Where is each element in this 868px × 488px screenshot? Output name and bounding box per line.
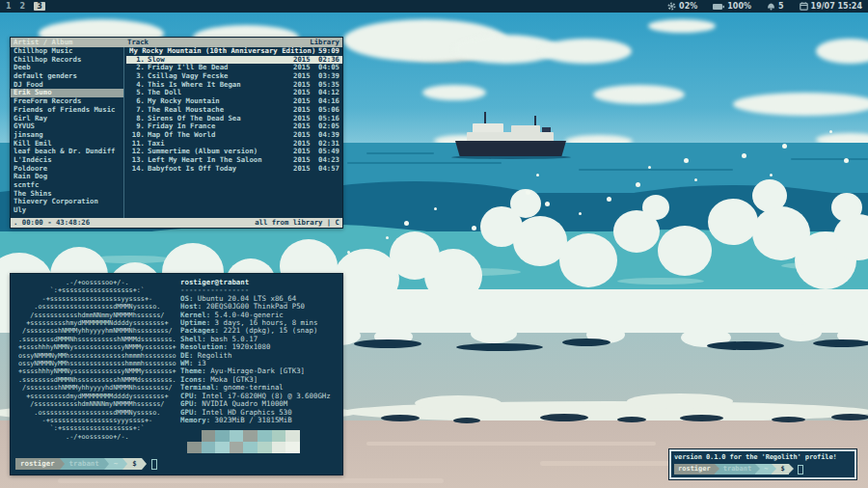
- track-list: 1.Slow201502:362.Friday I'll Be Dead2015…: [126, 56, 342, 174]
- prompt-segment: ~: [109, 458, 122, 470]
- header-track[interactable]: Track: [124, 39, 149, 47]
- terminal-cursor[interactable]: [151, 459, 157, 470]
- artist-item[interactable]: Erik Sumo: [11, 89, 123, 97]
- calendar-icon: [800, 2, 808, 11]
- mini-shell-prompt[interactable]: rostigertrabant~$: [674, 464, 803, 474]
- regolith-version-message: version 0.1.0 for the 'Regolith' profile…: [671, 451, 854, 461]
- prompt-segment: rostiger: [15, 458, 60, 470]
- wallpaper-ship: [455, 114, 566, 162]
- top-bar: 123 02% 100% 5: [0, 0, 868, 13]
- artist-item[interactable]: Friends of Friends Music: [11, 106, 123, 115]
- shell-prompt[interactable]: rostigertrabant~$: [15, 458, 157, 470]
- artist-item[interactable]: leaf beach & Dr. Dundiff: [11, 148, 123, 156]
- powerline-arrow-icon: [104, 458, 109, 470]
- workspace-1[interactable]: 1: [6, 2, 12, 11]
- player-status-bar: . 00:00 - 43:48:26 all from library | C: [11, 218, 342, 228]
- palette-swatch: [272, 430, 286, 442]
- track-pane: My Rocky Mountain (10th Anniversary Edit…: [126, 47, 342, 218]
- artist-item[interactable]: Girl Ray: [11, 115, 123, 123]
- artist-item[interactable]: Thievery Corporation: [11, 198, 123, 206]
- prompt-segment: $: [776, 464, 788, 474]
- battery-icon: [713, 3, 724, 11]
- terminal-cursor[interactable]: [798, 465, 803, 474]
- battery-indicator[interactable]: 100%: [713, 2, 751, 11]
- prompt-segment: rostiger: [674, 464, 715, 474]
- palette-swatch: [202, 430, 216, 442]
- prompt-segment: trabant: [65, 458, 104, 470]
- palette-swatch: [215, 430, 230, 442]
- powerline-arrow-icon: [122, 458, 127, 470]
- cpu-value: 02%: [679, 2, 697, 11]
- palette-swatch: [285, 442, 300, 453]
- palette-swatch: [285, 430, 300, 442]
- workspace-switcher: 123: [6, 2, 45, 11]
- artist-item[interactable]: Kill Emil: [11, 140, 123, 149]
- artist-item[interactable]: Deeb: [11, 64, 123, 72]
- cpu-indicator[interactable]: 02%: [667, 2, 697, 11]
- clock-indicator[interactable]: 19/07 15:24: [800, 2, 862, 11]
- header-library: Library: [310, 39, 342, 47]
- powerline-arrow-icon: [715, 464, 719, 474]
- prompt-segment: $: [127, 458, 141, 470]
- palette-swatch: [243, 442, 258, 453]
- artist-item[interactable]: Rain Dog: [11, 173, 123, 181]
- workspace-3[interactable]: 3: [34, 2, 45, 11]
- palette-swatch: [187, 430, 202, 442]
- artist-item[interactable]: scntfc: [11, 181, 123, 190]
- powerline-arrow-icon: [142, 458, 147, 470]
- notification-indicator[interactable]: 5: [767, 2, 784, 11]
- palette-swatch: [187, 442, 202, 453]
- prompt-segment: ~: [760, 464, 772, 474]
- datetime-value: 19/07 15:24: [811, 2, 862, 11]
- gear-icon: [667, 2, 676, 11]
- powerline-arrow-icon: [60, 458, 65, 470]
- palette-swatch: [258, 430, 272, 442]
- bell-icon: [767, 2, 775, 11]
- desktop: 123 02% 100% 5: [0, 0, 868, 488]
- artist-item[interactable]: The Shins: [11, 190, 123, 199]
- music-player-window: Artist / Album Track Library Chillhop Mu…: [10, 37, 343, 229]
- neofetch-ascii-logo: .-/+oossssoo+/-. `:+ssssssssssssssssss+:…: [18, 279, 176, 441]
- status-indicators: 02% 100% 5: [667, 2, 862, 11]
- terminal-color-palette: [187, 430, 300, 453]
- palette-swatch: [243, 430, 258, 442]
- palette-swatch: [215, 442, 230, 453]
- artist-item[interactable]: DJ Food: [11, 81, 123, 90]
- battery-value: 100%: [727, 2, 751, 11]
- neofetch-info: rostiger@trabant ---------------- OS: Ub…: [180, 279, 331, 424]
- palette-swatch: [230, 430, 244, 442]
- artist-item[interactable]: jinsang: [11, 131, 123, 140]
- terminal-window[interactable]: .-/+oossssoo+/-. `:+ssssssssssssssssss+:…: [10, 273, 343, 475]
- artist-item[interactable]: L'Indécis: [11, 156, 123, 165]
- neofetch-info-line: Memory: 3023MiB / 31815MiB: [180, 417, 331, 424]
- mini-terminal-window[interactable]: version 0.1.0 for the 'Regolith' profile…: [669, 449, 856, 479]
- artist-item[interactable]: GYVUS: [11, 122, 123, 131]
- album-title: My Rocky Mountain (10th Anniversary Edit…: [129, 47, 318, 56]
- powerline-arrow-icon: [772, 464, 776, 474]
- track-row[interactable]: 14.Babyfoot Is Off Today201504:57: [126, 165, 342, 174]
- workspace-2[interactable]: 2: [20, 2, 26, 11]
- artist-album-list: Chillhop MusicChillhop RecordsDeebdefaul…: [11, 47, 124, 218]
- powerline-arrow-icon: [789, 464, 794, 474]
- palette-swatch: [202, 442, 216, 453]
- artist-item[interactable]: Chillhop Music: [11, 47, 123, 56]
- artist-item[interactable]: default genders: [11, 72, 123, 81]
- player-elapsed: . 00:00 - 43:48:26: [14, 219, 90, 228]
- palette-swatch: [230, 442, 244, 453]
- player-mode: all from library | C: [255, 219, 339, 228]
- palette-swatch: [258, 442, 272, 453]
- artist-item[interactable]: Poldoore: [11, 165, 123, 174]
- powerline-arrow-icon: [755, 464, 760, 474]
- artist-item[interactable]: Uly: [11, 206, 123, 215]
- prompt-segment: trabant: [719, 464, 756, 474]
- artist-item[interactable]: FreeForm Records: [11, 97, 123, 106]
- notification-count: 5: [778, 2, 784, 11]
- palette-swatch: [272, 442, 286, 453]
- artist-item[interactable]: Chillhop Records: [11, 56, 123, 65]
- player-column-headers: Artist / Album Track Library: [11, 38, 342, 47]
- header-artist-album[interactable]: Artist / Album: [11, 39, 124, 47]
- wallpaper-spray: [347, 251, 350, 254]
